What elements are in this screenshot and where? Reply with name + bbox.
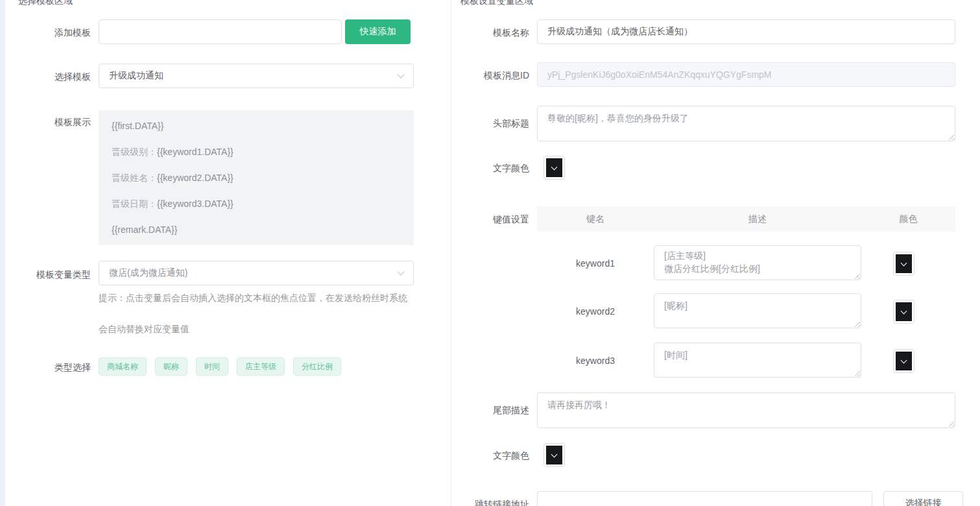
- chevron-down-icon: [901, 307, 907, 314]
- chevron-down-icon: [551, 451, 558, 457]
- header-title-textarea[interactable]: 尊敬的[昵称]，恭喜您的身份升级了: [537, 106, 955, 141]
- color-swatch-black: [896, 302, 912, 321]
- color-swatch-black: [546, 446, 562, 464]
- footer-desc-wrap: 请再接再厉哦！: [537, 392, 955, 428]
- variable-type-value: 微店(成为微店通知): [109, 267, 398, 279]
- keyword3-desc-wrap: [时间]: [654, 343, 861, 378]
- chevron-down-icon: [901, 357, 907, 363]
- keyvalue-table-header: 键名 描述 颜色: [537, 206, 955, 232]
- variable-type-label: 模板变量类型: [0, 268, 91, 281]
- template-msg-id-label: 模板消息ID: [454, 69, 529, 82]
- template-line: {{first.DATA}}: [112, 113, 401, 139]
- template-name-label: 模板名称: [454, 26, 529, 39]
- color-swatch-black: [896, 352, 912, 370]
- keyvalue-label: 键值设置: [454, 213, 529, 226]
- select-template-label: 选择模板: [0, 70, 91, 83]
- template-line: {{remark.DATA}}: [112, 217, 401, 243]
- chevron-down-icon: [901, 259, 907, 266]
- keyword1-desc-wrap: [店主等级] 微店分红比例[分红比例]: [654, 245, 861, 280]
- variable-type-dropdown[interactable]: 微店(成为微店通知): [99, 261, 414, 285]
- keyword2-color-picker[interactable]: [893, 300, 914, 324]
- add-template-label: 添加模板: [0, 26, 91, 39]
- tag-time[interactable]: 时间: [196, 357, 228, 376]
- column-header-key: 键名: [537, 213, 654, 225]
- color-swatch-black: [896, 254, 912, 273]
- header-title-wrap: 尊敬的[昵称]，恭喜您的身份升级了: [537, 106, 955, 141]
- select-template-value: 升级成功通知: [109, 70, 398, 82]
- select-template-dropdown[interactable]: 升级成功通知: [99, 64, 414, 88]
- template-line: 晋级日期：{{keyword3.DATA}}: [112, 191, 401, 217]
- keyword3-color-picker[interactable]: [893, 349, 914, 373]
- choose-link-button[interactable]: 选择链接: [883, 491, 963, 506]
- text-color-top-picker[interactable]: [544, 156, 565, 180]
- template-name-input[interactable]: [537, 19, 955, 44]
- jump-link-input[interactable]: [537, 491, 872, 506]
- keyword2-name: keyword2: [537, 306, 654, 317]
- column-header-color: 颜色: [861, 213, 955, 225]
- text-color-top-label: 文字颜色: [454, 162, 529, 175]
- quick-add-button[interactable]: 快速添加: [345, 19, 411, 44]
- text-color-bottom-label: 文字颜色: [454, 449, 529, 462]
- keyword1-name: keyword1: [537, 258, 654, 269]
- type-select-label: 类型选择: [0, 361, 91, 374]
- keyword2-desc-wrap: [昵称]: [654, 293, 861, 328]
- color-swatch-black: [546, 158, 562, 177]
- keyword2-desc-textarea[interactable]: [昵称]: [654, 293, 861, 328]
- page: 选择模板区域 添加模板 快速添加 选择模板 升级成功通知 模板展示 {{firs…: [0, 0, 980, 506]
- tag-mall-name[interactable]: 商城名称: [99, 357, 147, 376]
- template-line: 晋级级别：{{keyword1.DATA}}: [112, 139, 401, 165]
- text-color-bottom-picker[interactable]: [544, 443, 565, 467]
- add-template-input[interactable]: [99, 19, 342, 44]
- footer-desc-textarea[interactable]: 请再接再厉哦！: [537, 392, 955, 428]
- column-header-desc: 描述: [654, 213, 861, 225]
- template-display-box: {{first.DATA}} 晋级级别：{{keyword1.DATA}} 晋级…: [99, 110, 414, 245]
- jump-link-label: 跳转链接地址: [454, 498, 529, 506]
- template-msg-id-input: [537, 62, 955, 87]
- hint-text: 提示：点击变量后会自动插入选择的文本框的焦点位置，在发送给粉丝时系统 会自动替换…: [99, 285, 429, 341]
- template-line: 晋级姓名：{{keyword2.DATA}}: [112, 165, 401, 191]
- type-tags: 商城名称 昵称 时间 店主等级 分红比例: [99, 357, 350, 376]
- keyword3-desc-textarea[interactable]: [时间]: [654, 343, 861, 378]
- tag-dividend-ratio[interactable]: 分红比例: [293, 357, 341, 376]
- header-title-label: 头部标题: [454, 117, 529, 130]
- left-section-title: 选择模板区域: [18, 0, 73, 7]
- keyword3-name: keyword3: [537, 355, 654, 366]
- tag-nickname[interactable]: 昵称: [155, 357, 187, 376]
- panel-divider: [451, 0, 451, 506]
- footer-desc-label: 尾部描述: [454, 404, 529, 416]
- keyword1-color-picker[interactable]: [893, 252, 914, 276]
- chevron-down-icon: [397, 268, 404, 275]
- chevron-down-icon: [551, 163, 558, 170]
- keyword1-desc-textarea[interactable]: [店主等级] 微店分红比例[分红比例]: [654, 245, 861, 280]
- right-section-title: 模板设置变量区域: [460, 0, 533, 7]
- template-display-label: 模板展示: [0, 115, 91, 128]
- chevron-down-icon: [397, 71, 404, 78]
- tag-owner-level[interactable]: 店主等级: [237, 357, 285, 376]
